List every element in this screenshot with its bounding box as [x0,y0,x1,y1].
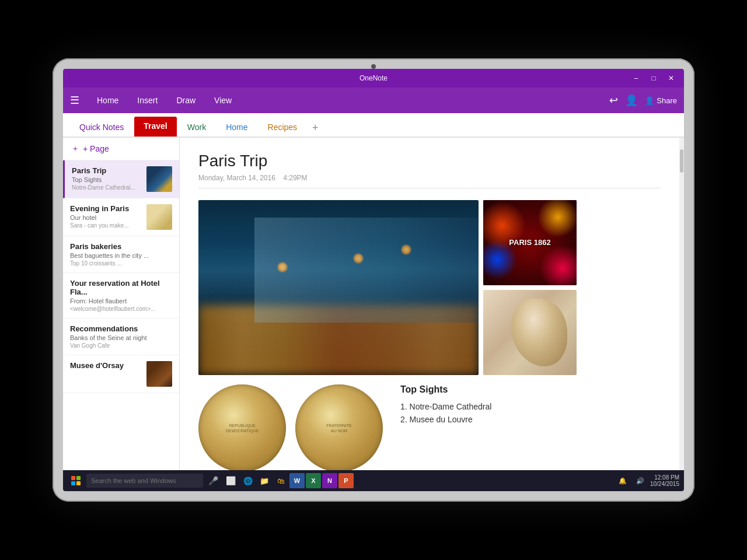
page-title-paris: Paris Trip [72,166,142,175]
taskbar-search-input[interactable] [86,474,203,488]
sculpture-image [483,290,577,375]
tab-home[interactable]: Home [217,118,257,136]
undo-icon[interactable]: ↩ [609,94,618,107]
tab-recipes[interactable]: Recipes [259,118,307,136]
page-item-text-hotel: Your reservation at Hotel Fla... From: H… [70,279,172,312]
explorer-icon[interactable]: 📁 [257,473,272,488]
page-preview-evening: Sara - can you make... [70,222,142,229]
excel-icon[interactable]: X [306,473,321,488]
taskbar: 🎤 ⬜ 🌐 📁 🛍 W X N P 🔔 🔊 12:08 PM 10/24/201… [63,470,684,491]
page-item-text: Paris Trip Top Sights Notre-Dame Cathedr… [72,166,142,191]
tablet-camera [371,64,376,69]
page-item-text-reco: Recommendations Banks of the Seine at ni… [70,324,172,349]
tablet-screen: OneNote – □ ✕ ☰ Home Insert Draw View ↩ … [63,69,684,491]
minimize-button[interactable]: – [628,72,644,84]
paris-street-photo [198,200,479,375]
page-item-paris-trip[interactable]: Paris Trip Top Sights Notre-Dame Cathedr… [63,160,179,198]
menu-draw[interactable]: Draw [168,92,204,108]
notification-icon[interactable]: 🔔 [616,474,630,488]
scroll-strip[interactable] [679,138,684,470]
tab-quick-notes[interactable]: Quick Notes [70,118,133,136]
maximize-button[interactable]: □ [645,72,662,84]
tab-travel[interactable]: Travel [134,117,176,136]
coin-1: REPUBLIQUEDEMOCRATIQUE [198,384,286,470]
close-button[interactable]: ✕ [663,72,679,84]
paris-sign-image: PARIS 1862 [483,200,577,285]
sight-item-1: 1. Notre-Dame Cathedral [400,402,661,411]
share-button[interactable]: 👤 Share [645,96,677,105]
note-images: PARIS 1862 [198,200,661,375]
page-subtitle-paris: Top Sights [72,176,142,183]
taskbar-clock: 12:08 PM 10/24/2015 [650,474,679,487]
sculpture-photo [483,290,577,375]
page-title-orsay: Musee d'Orsay [70,361,142,370]
page-subtitle-bakeries: Best baguettes in the city ... [70,252,172,259]
note-lower-section: REPUBLIQUEDEMOCRATIQUE FRATERNITEAU NOM … [198,384,661,470]
windows-logo [71,476,81,485]
menu-home[interactable]: Home [89,92,127,108]
page-item-bakeries[interactable]: Paris bakeries Best baguettes in the cit… [63,236,179,273]
page-sidebar: ＋ + Page Paris Trip Top Sights Notre-Dam… [63,138,180,470]
page-subtitle-evening: Our hotel [70,214,142,221]
lamp-glow-2 [352,253,364,264]
menu-view[interactable]: View [206,92,240,108]
page-item-recommendations[interactable]: Recommendations Banks of the Seine at ni… [63,318,179,355]
note-time-separator [277,174,283,182]
microphone-icon[interactable]: 🎤 [206,474,220,488]
add-page-label: + Page [83,144,109,153]
window-controls: – □ ✕ [628,72,679,84]
word-icon[interactable]: W [289,473,305,488]
menu-right: ↩ 👤 👤 Share [609,94,677,107]
main-paris-image [198,200,479,375]
win-logo-q4 [76,481,81,485]
note-content-area: Paris Trip Monday, March 14, 2016 4:29PM [180,138,679,470]
page-thumb-evening [146,204,172,230]
menu-insert[interactable]: Insert [129,92,166,108]
page-subtitle-reco: Banks of the Seine at night [70,334,172,341]
top-sights-title: Top Sights [400,384,661,395]
page-preview-reco: Van Gogh Cafe [70,342,172,349]
page-title-reco: Recommendations [70,324,172,333]
coin-2-text: FRATERNITEAU NOM [320,417,357,439]
hamburger-icon[interactable]: ☰ [70,94,79,107]
scroll-handle[interactable] [680,149,683,173]
tab-work[interactable]: Work [178,118,215,136]
user-icon[interactable]: 👤 [625,94,638,107]
page-item-orsay[interactable]: Musee d'Orsay [63,355,179,393]
edge-icon[interactable]: 🌐 [240,473,256,488]
note-meta: Monday, March 14, 2016 4:29PM [198,174,661,188]
page-title-evening: Evening in Paris [70,204,142,213]
task-view-icon[interactable]: ⬜ [224,474,238,488]
page-preview-paris: Notre-Dame Cathedral... [72,184,142,191]
add-page-button[interactable]: ＋ + Page [63,138,179,160]
note-title: Paris Trip [198,152,661,170]
win-logo-q2 [76,476,81,480]
notebook-tabs: Quick Notes Travel Work Home Recipes + [63,113,684,138]
onenote-icon[interactable]: N [322,473,337,488]
page-preview-bakeries: Top 10 croissants ... [70,260,172,267]
taskbar-right: 🔔 🔊 12:08 PM 10/24/2015 [615,474,679,488]
sight-item-2: 2. Musee du Louvre [400,415,661,424]
window-title: OneNote [359,74,388,82]
page-item-evening[interactable]: Evening in Paris Our hotel Sara - can yo… [63,198,179,236]
share-label: Share [657,96,677,105]
title-bar: OneNote – □ ✕ [63,69,684,88]
page-thumb-paris [146,166,172,192]
top-sights-section: Top Sights 1. Notre-Dame Cathedral 2. Mu… [395,384,661,470]
add-notebook-button[interactable]: + [308,120,323,136]
volume-icon[interactable]: 🔊 [633,474,647,488]
taskbar-app-icons: 🌐 📁 🛍 W X N P [240,473,354,488]
win-logo-q1 [71,476,75,480]
share-icon: 👤 [645,96,654,105]
powerpoint-icon[interactable]: P [338,473,354,488]
start-button[interactable] [68,473,84,489]
taskbar-date-display: 10/24/2015 [650,481,679,487]
page-item-hotel[interactable]: Your reservation at Hotel Fla... From: H… [63,273,179,318]
coin-1-text: REPUBLIQUEDEMOCRATIQUE [220,417,265,439]
page-title-bakeries: Paris bakeries [70,242,172,251]
lamp-glow-1 [277,261,288,273]
page-item-text-evening: Evening in Paris Our hotel Sara - can yo… [70,204,142,229]
lamp-glow-3 [400,244,412,256]
page-item-text-bakeries: Paris bakeries Best baguettes in the cit… [70,242,172,267]
store-icon[interactable]: 🛍 [273,473,288,488]
